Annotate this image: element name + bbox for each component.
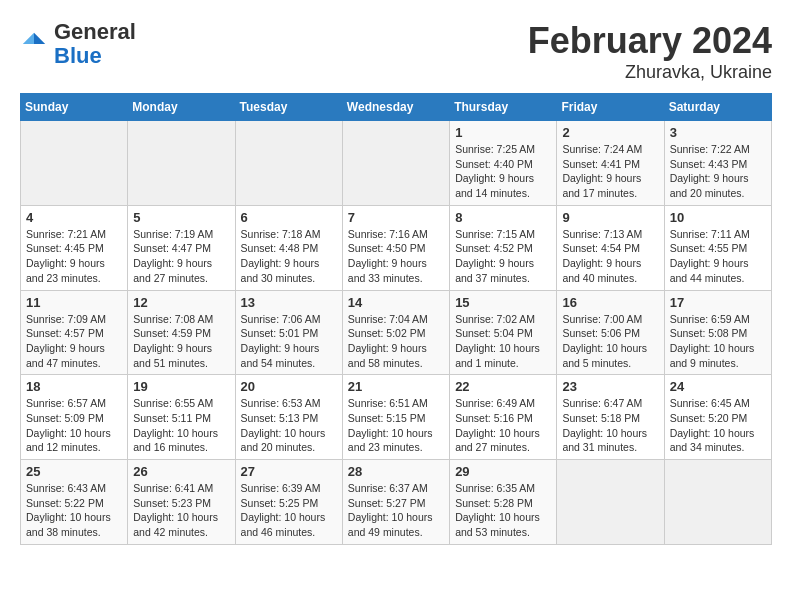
day-number: 28 — [348, 464, 444, 479]
day-detail: Sunrise: 6:35 AM Sunset: 5:28 PM Dayligh… — [455, 481, 551, 540]
day-detail: Sunrise: 7:15 AM Sunset: 4:52 PM Dayligh… — [455, 227, 551, 286]
day-number: 22 — [455, 379, 551, 394]
day-cell: 15Sunrise: 7:02 AM Sunset: 5:04 PM Dayli… — [450, 290, 557, 375]
day-cell: 12Sunrise: 7:08 AM Sunset: 4:59 PM Dayli… — [128, 290, 235, 375]
day-cell — [664, 460, 771, 545]
day-number: 17 — [670, 295, 766, 310]
svg-marker-0 — [34, 33, 45, 44]
day-detail: Sunrise: 6:51 AM Sunset: 5:15 PM Dayligh… — [348, 396, 444, 455]
day-cell: 8Sunrise: 7:15 AM Sunset: 4:52 PM Daylig… — [450, 205, 557, 290]
day-detail: Sunrise: 6:49 AM Sunset: 5:16 PM Dayligh… — [455, 396, 551, 455]
day-number: 13 — [241, 295, 337, 310]
day-detail: Sunrise: 7:11 AM Sunset: 4:55 PM Dayligh… — [670, 227, 766, 286]
header-cell-tuesday: Tuesday — [235, 94, 342, 121]
week-row-3: 11Sunrise: 7:09 AM Sunset: 4:57 PM Dayli… — [21, 290, 772, 375]
calendar-table: SundayMondayTuesdayWednesdayThursdayFrid… — [20, 93, 772, 545]
day-cell: 22Sunrise: 6:49 AM Sunset: 5:16 PM Dayli… — [450, 375, 557, 460]
day-detail: Sunrise: 7:09 AM Sunset: 4:57 PM Dayligh… — [26, 312, 122, 371]
day-detail: Sunrise: 6:37 AM Sunset: 5:27 PM Dayligh… — [348, 481, 444, 540]
day-detail: Sunrise: 6:59 AM Sunset: 5:08 PM Dayligh… — [670, 312, 766, 371]
day-number: 9 — [562, 210, 658, 225]
calendar-subtitle: Zhuravka, Ukraine — [528, 62, 772, 83]
header-cell-friday: Friday — [557, 94, 664, 121]
day-cell: 23Sunrise: 6:47 AM Sunset: 5:18 PM Dayli… — [557, 375, 664, 460]
calendar-header: SundayMondayTuesdayWednesdayThursdayFrid… — [21, 94, 772, 121]
day-cell: 16Sunrise: 7:00 AM Sunset: 5:06 PM Dayli… — [557, 290, 664, 375]
day-number: 16 — [562, 295, 658, 310]
day-cell: 14Sunrise: 7:04 AM Sunset: 5:02 PM Dayli… — [342, 290, 449, 375]
day-detail: Sunrise: 6:41 AM Sunset: 5:23 PM Dayligh… — [133, 481, 229, 540]
day-cell — [235, 121, 342, 206]
calendar-body: 1Sunrise: 7:25 AM Sunset: 4:40 PM Daylig… — [21, 121, 772, 545]
day-number: 11 — [26, 295, 122, 310]
day-number: 6 — [241, 210, 337, 225]
day-detail: Sunrise: 7:18 AM Sunset: 4:48 PM Dayligh… — [241, 227, 337, 286]
day-number: 23 — [562, 379, 658, 394]
day-number: 7 — [348, 210, 444, 225]
day-detail: Sunrise: 7:22 AM Sunset: 4:43 PM Dayligh… — [670, 142, 766, 201]
day-detail: Sunrise: 7:25 AM Sunset: 4:40 PM Dayligh… — [455, 142, 551, 201]
day-cell: 13Sunrise: 7:06 AM Sunset: 5:01 PM Dayli… — [235, 290, 342, 375]
day-cell: 11Sunrise: 7:09 AM Sunset: 4:57 PM Dayli… — [21, 290, 128, 375]
week-row-5: 25Sunrise: 6:43 AM Sunset: 5:22 PM Dayli… — [21, 460, 772, 545]
day-cell — [342, 121, 449, 206]
day-cell: 1Sunrise: 7:25 AM Sunset: 4:40 PM Daylig… — [450, 121, 557, 206]
day-number: 3 — [670, 125, 766, 140]
week-row-2: 4Sunrise: 7:21 AM Sunset: 4:45 PM Daylig… — [21, 205, 772, 290]
day-number: 25 — [26, 464, 122, 479]
day-cell: 9Sunrise: 7:13 AM Sunset: 4:54 PM Daylig… — [557, 205, 664, 290]
day-cell: 17Sunrise: 6:59 AM Sunset: 5:08 PM Dayli… — [664, 290, 771, 375]
day-number: 15 — [455, 295, 551, 310]
day-cell: 24Sunrise: 6:45 AM Sunset: 5:20 PM Dayli… — [664, 375, 771, 460]
day-detail: Sunrise: 6:55 AM Sunset: 5:11 PM Dayligh… — [133, 396, 229, 455]
header-cell-wednesday: Wednesday — [342, 94, 449, 121]
day-number: 1 — [455, 125, 551, 140]
day-cell: 3Sunrise: 7:22 AM Sunset: 4:43 PM Daylig… — [664, 121, 771, 206]
day-number: 27 — [241, 464, 337, 479]
svg-marker-1 — [23, 33, 34, 44]
page-header: General Blue February 2024 Zhuravka, Ukr… — [20, 20, 772, 83]
day-cell: 5Sunrise: 7:19 AM Sunset: 4:47 PM Daylig… — [128, 205, 235, 290]
day-number: 20 — [241, 379, 337, 394]
day-cell: 6Sunrise: 7:18 AM Sunset: 4:48 PM Daylig… — [235, 205, 342, 290]
day-detail: Sunrise: 6:57 AM Sunset: 5:09 PM Dayligh… — [26, 396, 122, 455]
day-number: 26 — [133, 464, 229, 479]
day-detail: Sunrise: 7:24 AM Sunset: 4:41 PM Dayligh… — [562, 142, 658, 201]
day-cell: 28Sunrise: 6:37 AM Sunset: 5:27 PM Dayli… — [342, 460, 449, 545]
day-cell: 19Sunrise: 6:55 AM Sunset: 5:11 PM Dayli… — [128, 375, 235, 460]
day-cell: 21Sunrise: 6:51 AM Sunset: 5:15 PM Dayli… — [342, 375, 449, 460]
day-detail: Sunrise: 6:39 AM Sunset: 5:25 PM Dayligh… — [241, 481, 337, 540]
day-cell: 18Sunrise: 6:57 AM Sunset: 5:09 PM Dayli… — [21, 375, 128, 460]
day-cell — [128, 121, 235, 206]
day-number: 14 — [348, 295, 444, 310]
day-cell — [21, 121, 128, 206]
day-detail: Sunrise: 7:00 AM Sunset: 5:06 PM Dayligh… — [562, 312, 658, 371]
day-cell: 4Sunrise: 7:21 AM Sunset: 4:45 PM Daylig… — [21, 205, 128, 290]
day-cell: 29Sunrise: 6:35 AM Sunset: 5:28 PM Dayli… — [450, 460, 557, 545]
calendar-title: February 2024 — [528, 20, 772, 62]
day-number: 29 — [455, 464, 551, 479]
day-detail: Sunrise: 7:19 AM Sunset: 4:47 PM Dayligh… — [133, 227, 229, 286]
day-cell: 25Sunrise: 6:43 AM Sunset: 5:22 PM Dayli… — [21, 460, 128, 545]
day-number: 24 — [670, 379, 766, 394]
title-block: February 2024 Zhuravka, Ukraine — [528, 20, 772, 83]
day-cell: 10Sunrise: 7:11 AM Sunset: 4:55 PM Dayli… — [664, 205, 771, 290]
day-number: 10 — [670, 210, 766, 225]
header-cell-saturday: Saturday — [664, 94, 771, 121]
day-detail: Sunrise: 7:08 AM Sunset: 4:59 PM Dayligh… — [133, 312, 229, 371]
day-detail: Sunrise: 6:43 AM Sunset: 5:22 PM Dayligh… — [26, 481, 122, 540]
day-cell: 2Sunrise: 7:24 AM Sunset: 4:41 PM Daylig… — [557, 121, 664, 206]
day-detail: Sunrise: 7:16 AM Sunset: 4:50 PM Dayligh… — [348, 227, 444, 286]
day-detail: Sunrise: 6:45 AM Sunset: 5:20 PM Dayligh… — [670, 396, 766, 455]
day-number: 19 — [133, 379, 229, 394]
day-cell: 7Sunrise: 7:16 AM Sunset: 4:50 PM Daylig… — [342, 205, 449, 290]
header-cell-thursday: Thursday — [450, 94, 557, 121]
day-number: 18 — [26, 379, 122, 394]
day-number: 12 — [133, 295, 229, 310]
header-cell-monday: Monday — [128, 94, 235, 121]
day-cell: 26Sunrise: 6:41 AM Sunset: 5:23 PM Dayli… — [128, 460, 235, 545]
day-cell: 27Sunrise: 6:39 AM Sunset: 5:25 PM Dayli… — [235, 460, 342, 545]
week-row-4: 18Sunrise: 6:57 AM Sunset: 5:09 PM Dayli… — [21, 375, 772, 460]
logo-text: General Blue — [54, 20, 136, 68]
logo: General Blue — [20, 20, 136, 68]
